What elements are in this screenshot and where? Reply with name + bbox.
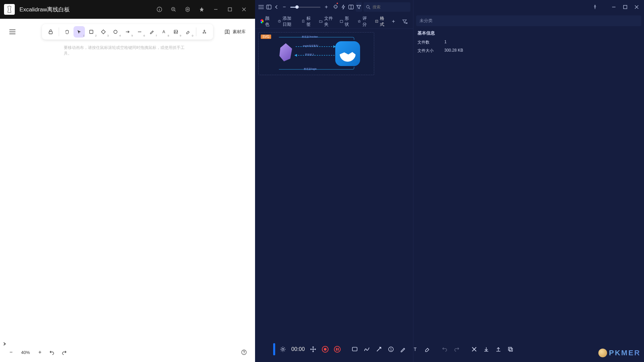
separator xyxy=(59,27,59,36)
menu-icon[interactable] xyxy=(258,2,264,12)
tab-rating[interactable]: 评分 xyxy=(355,16,371,26)
tab-color[interactable]: 颜色 xyxy=(258,16,274,26)
thumb-plus-icon[interactable]: + xyxy=(323,2,330,12)
hamburger-menu-icon[interactable] xyxy=(5,25,19,39)
tab-date[interactable]: 添加日期 xyxy=(275,16,298,26)
record-button[interactable] xyxy=(319,344,331,355)
download-icon[interactable] xyxy=(481,344,492,355)
svg-point-27 xyxy=(205,33,206,34)
close-button[interactable] xyxy=(237,2,251,16)
pin-icon[interactable] xyxy=(590,2,600,12)
upload-icon[interactable] xyxy=(493,344,504,355)
sidepanel-category[interactable]: 未分类 xyxy=(416,15,641,26)
redo-button[interactable] xyxy=(59,347,69,357)
svg-rect-16 xyxy=(49,32,52,34)
text-tool[interactable]: A8 xyxy=(158,26,169,38)
ellipse-tool[interactable]: 4 xyxy=(110,26,121,38)
zoom-icon[interactable] xyxy=(166,2,181,16)
thumb-size-slider[interactable] xyxy=(290,7,320,8)
color-wheel-icon xyxy=(260,19,263,23)
info-icon[interactable] xyxy=(152,2,166,16)
extension-icon[interactable] xyxy=(332,2,339,12)
hand-tool[interactable] xyxy=(61,26,73,38)
select-tool[interactable]: 1 xyxy=(73,26,85,38)
bolt-icon[interactable] xyxy=(340,2,346,12)
copy-icon[interactable] xyxy=(505,344,516,355)
image-tool[interactable]: 9 xyxy=(170,26,182,38)
svg-point-26 xyxy=(203,33,204,34)
drag-handle[interactable] xyxy=(273,343,275,355)
tab-folder[interactable]: 文件夹 xyxy=(316,16,336,26)
eraser-annot-icon[interactable] xyxy=(422,344,433,355)
thumb-minus-icon[interactable]: − xyxy=(281,2,288,12)
search-input[interactable] xyxy=(373,5,406,9)
zoom-out-button[interactable]: − xyxy=(6,347,16,357)
settings-icon[interactable] xyxy=(181,2,195,16)
tab-add[interactable]: + xyxy=(390,16,397,26)
gear-icon[interactable] xyxy=(277,344,289,355)
minimize-button[interactable] xyxy=(609,2,618,12)
tab-format[interactable]: F格式 xyxy=(373,16,389,26)
recording-timer: 00:00 xyxy=(291,346,305,352)
diamond-tool[interactable]: 3 xyxy=(98,26,109,38)
info-row-filesize: 文件大小 300.28 KB xyxy=(417,48,640,54)
maximize-button[interactable] xyxy=(621,2,630,12)
undo-annot-icon[interactable] xyxy=(439,344,450,355)
bookmark-icon xyxy=(302,19,305,23)
line-tool[interactable]: 6 xyxy=(134,26,145,38)
book-icon xyxy=(225,29,230,35)
shape-rect-icon[interactable] xyxy=(349,344,360,355)
library-button[interactable]: 素材库 xyxy=(220,25,250,39)
move-icon[interactable] xyxy=(307,344,319,355)
more-tools[interactable] xyxy=(199,26,210,38)
undo-button[interactable] xyxy=(47,347,57,357)
pencil-tool[interactable]: 7 xyxy=(146,26,157,38)
svg-point-19 xyxy=(114,30,117,34)
eagle-content[interactable]: SVG 发送至Obsidian eagle链接复制 双链嵌入 发送至Eagle xyxy=(255,29,413,362)
canvas-hint: 要移动画布，请按住鼠标滚轮或空格键同时拖拽鼠标，或使用抓手工具。 xyxy=(64,45,191,56)
excalidraw-canvas[interactable]: 1 2 3 4 5 6 7 A8 9 0 素材库 要移动画布，请按住鼠标滚轮或空… xyxy=(0,19,255,362)
filter-icon[interactable] xyxy=(356,2,362,12)
svg-line-29 xyxy=(204,31,205,33)
asset-thumbnail[interactable]: SVG 发送至Obsidian eagle链接复制 双链嵌入 发送至Eagle xyxy=(258,32,374,75)
number-icon[interactable]: 1 xyxy=(385,344,397,355)
eraser-tool[interactable]: 0 xyxy=(182,26,194,38)
search-box[interactable] xyxy=(363,2,410,12)
excalidraw-title: Excalidraw离线白板 xyxy=(19,6,70,13)
pause-button[interactable] xyxy=(332,344,343,355)
svg-line-40 xyxy=(369,8,370,9)
arrow-tool[interactable]: 5 xyxy=(122,26,133,38)
text-annot-icon[interactable]: T xyxy=(409,344,421,355)
svg-point-24 xyxy=(175,31,176,32)
tab-clear-filter-icon[interactable] xyxy=(400,16,410,26)
close-annot-icon[interactable] xyxy=(468,344,480,355)
lock-tool[interactable] xyxy=(45,26,56,38)
arrow-annot-icon[interactable] xyxy=(373,344,385,355)
svg-marker-18 xyxy=(101,30,105,34)
redo-annot-icon[interactable] xyxy=(451,344,462,355)
svg-rect-54 xyxy=(352,347,357,351)
svg-marker-7 xyxy=(186,7,189,12)
minimize-button[interactable] xyxy=(209,2,223,16)
info-row-filecount: 文件数 1 xyxy=(417,40,640,45)
layout-icon[interactable] xyxy=(348,2,354,12)
zoom-in-button[interactable]: + xyxy=(35,347,45,357)
svg-rect-35 xyxy=(266,5,271,9)
maximize-button[interactable] xyxy=(223,2,237,16)
sidebar-toggle-icon[interactable] xyxy=(265,2,272,12)
tab-tag[interactable]: 标签 xyxy=(299,16,315,26)
close-button[interactable] xyxy=(632,2,641,12)
pin-icon[interactable] xyxy=(195,2,209,16)
pen-icon[interactable] xyxy=(397,344,409,355)
help-icon[interactable] xyxy=(239,347,249,357)
diagram-preview: 发送至Obsidian eagle链接复制 双链嵌入 发送至Eagle xyxy=(266,35,367,72)
svg-line-28 xyxy=(204,31,205,33)
zoom-level[interactable]: 40% xyxy=(18,347,33,357)
svg-text:F: F xyxy=(376,20,377,22)
eagle-top-toolbar: − + xyxy=(255,0,413,14)
tab-shape[interactable]: 形状 xyxy=(337,16,353,26)
freehand-icon[interactable] xyxy=(361,344,373,355)
svg-text:A: A xyxy=(162,29,165,34)
back-icon[interactable] xyxy=(273,2,280,12)
rectangle-tool[interactable]: 2 xyxy=(86,26,97,38)
